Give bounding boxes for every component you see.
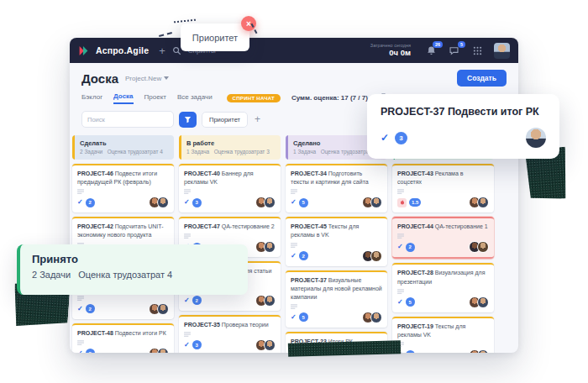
task-card[interactable]: PROJECT-35 Проверка теории✓3 [179,315,281,353]
assignee-avatars [362,197,382,208]
estimate-badge: 2 [86,304,95,313]
column-name: В работе [186,139,276,147]
filter-button[interactable] [179,112,197,128]
create-button[interactable]: Создать [457,70,507,87]
description-icon [397,233,404,239]
app-window: Аспро.Agile + Спринты Затрачено сегодня … [70,38,518,353]
assignee-avatars [469,241,489,253]
task-card-footer: ✓5 [291,197,382,208]
accepted-title: Принято [32,253,236,265]
task-card-footer: ✓2 [291,250,382,262]
tab-all-tasks[interactable]: Все задачи [177,93,213,103]
task-card-title: PROJECT-43 Реклама в соцсетях [397,170,489,186]
check-icon: ✓ [184,342,190,349]
task-card-title: PROJECT-35 Проверка теории [184,321,276,329]
task-card-title: PROJECT-37 Визуальные материалы для ново… [291,276,382,302]
kanban-column-green: Принято2 Задачи Оценка трудозатрат 4PROJ… [392,135,494,353]
description-icon [397,289,404,295]
column-name: Сделать [80,139,169,147]
task-card-footer: ✓3 [184,339,276,351]
avatar [157,197,169,208]
task-card-title: PROJECT-42 Подсчитать UNIT-экономику нов… [77,223,169,239]
task-card-title: PROJECT-28 Визуализация для презентации [397,269,489,286]
project-name: Project.New [125,75,161,82]
tab-board[interactable]: Доска [113,92,133,104]
task-card-title: PROJECT-47 QA-тестирование 2 [184,223,276,231]
check-icon: ✓ [291,314,297,321]
task-card-footer: ✓2 [77,303,169,315]
assignee-avatars [255,241,276,253]
estimate-badge: 2 [192,296,202,305]
description-icon [77,296,84,302]
task-id: PROJECT-45 [291,223,327,229]
overdue-fire-icon [397,198,407,207]
task-card[interactable]: PROJECT-45 Тексты для рекламы в VK✓2 [286,217,387,265]
task-card-title: PROJECT-46 Подвести итоги предыдущей РК … [77,170,169,186]
task-card[interactable]: PROJECT-43 Реклама в соцсетях1.5 [392,164,494,212]
apps-grid-icon[interactable] [473,46,482,55]
funnel-icon [184,116,192,123]
task-card-title: PROJECT-34 Подготовить тексты и картинки… [291,170,382,186]
kanban-board: Сделать2 Задачи Оценка трудозатрат 4PROJ… [70,133,518,353]
estimate-badge: 3 [192,198,202,207]
task-id: PROJECT-43 [397,171,433,176]
task-popover-card[interactable]: PROJECT-37 Подвести итог РК ✓ 3 [367,94,559,159]
task-card-footer: 1.5 [397,197,489,208]
task-card-title: PROJECT-45 Тексты для рекламы в VK [291,223,382,239]
time-tracked: Затрачено сегодня 0ч 0м [370,43,411,57]
task-card-footer: ✓2 [184,295,276,307]
assignee-avatars [255,339,276,351]
task-id: PROJECT-48 [77,330,113,336]
task-card[interactable]: PROJECT-34 Подготовить тексты и картинки… [286,164,387,212]
column-header: Сделать2 Задачи Оценка трудозатрат 4 [72,135,174,160]
priority-filter-chip[interactable]: Приоритет [202,112,248,128]
notifications-button[interactable]: 26 [426,45,437,56]
sketch-dash-decoration [174,19,196,24]
estimate-badge: 3 [395,132,407,144]
avatar [264,241,276,253]
description-icon [397,189,404,195]
task-card-footer: ✓2 [77,348,169,353]
tab-project[interactable]: Проект [144,93,166,103]
task-card-title: PROJECT-40 Баннер для рекламы VK [184,170,276,186]
task-card[interactable]: PROJECT-37 Визуальные материалы для ново… [286,270,387,328]
description-icon [184,189,191,195]
task-card[interactable]: PROJECT-48 Подвести итоги РК✓2 [72,323,174,353]
user-avatar[interactable] [494,43,510,59]
project-selector[interactable]: Project.New [125,75,169,82]
task-id: PROJECT-34 [291,171,327,176]
search-input[interactable] [81,111,174,128]
chevron-down-icon [164,76,169,80]
check-icon: ✓ [381,133,389,143]
estimate-badge: 1.5 [409,198,421,207]
time-tracked-value: 0ч 0м [370,49,411,58]
task-card[interactable]: PROJECT-19 Тексты для рекламы VK✓5 [392,317,494,353]
task-card[interactable]: PROJECT-44 QA-тестирование 1✓2 [392,217,494,259]
task-popover-title: PROJECT-37 Подвести итог РК [381,106,546,118]
task-id: PROJECT-40 [184,171,220,176]
promo-canvas: Аспро.Agile + Спринты Затрачено сегодня … [0,0,588,383]
column-meta: 2 Задачи Оценка трудозатрат 4 [80,149,169,155]
add-filter-button[interactable]: + [255,113,260,125]
estimate-badge: 2 [406,243,415,252]
estimate-badge: 2 [299,251,308,260]
column-header: В работе1 Задача Оценка трудозатрат 3 [179,135,281,160]
estimate-badge: 3 [192,340,202,349]
task-card[interactable]: PROJECT-40 Баннер для рекламы VK✓3 [179,164,281,212]
task-card-footer: ✓3 [184,197,276,208]
task-id: PROJECT-37 [291,277,327,283]
add-icon[interactable]: + [159,45,165,57]
sketch-dash-decoration [159,32,172,37]
page-title: Доска [81,71,118,86]
task-card[interactable]: PROJECT-46 Подвести итоги предыдущей РК … [72,164,174,212]
task-card-footer: ✓5 [397,349,489,353]
task-card-footer: ✓2 [397,241,489,253]
check-icon: ✓ [397,299,403,306]
task-card[interactable]: PROJECT-28 Визуализация для презентации✓… [392,263,494,312]
sprint-status-badge: СПРИНТ НАЧАТ [227,94,281,102]
messages-button[interactable]: 5 [449,45,459,56]
check-icon: ✓ [77,306,83,312]
priority-tooltip: Приоритет × [181,24,249,51]
task-id: PROJECT-42 [77,223,113,229]
tab-backlog[interactable]: Бэклог [81,93,102,103]
